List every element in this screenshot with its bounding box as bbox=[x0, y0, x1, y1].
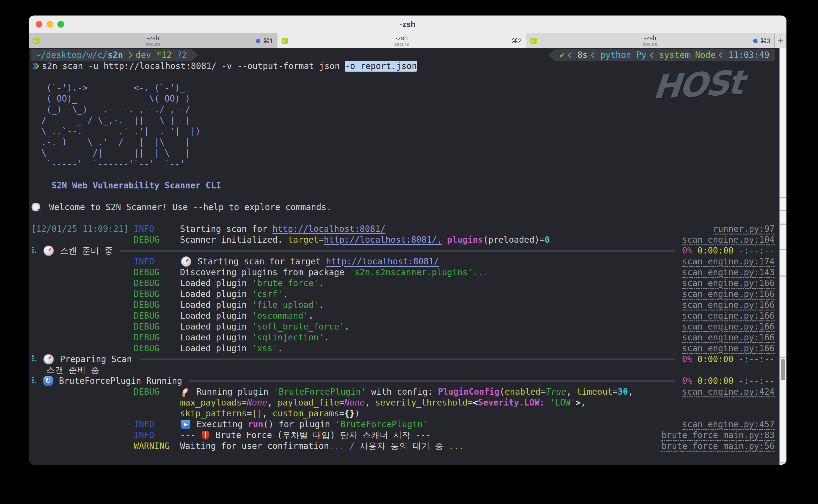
log-segment: = bbox=[468, 397, 473, 408]
title-bar[interactable]: -zsh bbox=[29, 16, 786, 33]
git-untracked bbox=[172, 50, 177, 60]
prompt-path-prefix: ~/desktop/w/c/ bbox=[36, 50, 108, 60]
log-right-column: scan_engine.py:166 bbox=[682, 278, 775, 289]
chevron-left-icon bbox=[591, 52, 597, 58]
tab-shortcut: ⌘3 bbox=[760, 37, 770, 45]
log-right-column: scan_engine.py:166 bbox=[682, 321, 775, 332]
ascii-art-line: (_)--\_) .----. ,--./ ,--/ bbox=[31, 104, 775, 115]
source-location-link[interactable]: scan_engine.py:104 bbox=[682, 235, 775, 245]
log-segment bbox=[31, 408, 180, 419]
log-line: DEBUG Loaded plugin 'file_upload'.scan_e… bbox=[31, 300, 775, 310]
log-segment: Waiting for user confirmation bbox=[180, 441, 329, 452]
source-location-link[interactable]: scan_engine.py:166 bbox=[682, 311, 775, 321]
log-segment: custom_params bbox=[272, 408, 339, 419]
log-segment: with config: bbox=[366, 386, 438, 397]
log-segment: DEBUG bbox=[134, 234, 180, 245]
log-segment: 'csrf' bbox=[252, 289, 283, 300]
log-segment: 'brute_force' bbox=[252, 278, 319, 289]
terminal-tab[interactable]: >_ -zsh secure ⌘3 bbox=[526, 33, 775, 48]
source-location-link[interactable]: brute_force_main.py:56 bbox=[662, 441, 775, 451]
log-line: DEBUG Running plugin 'BruteForcePlugin' … bbox=[31, 386, 775, 397]
log-right-column: 0% 0:00:00 -:--:-- bbox=[682, 354, 775, 365]
terminal-tab[interactable]: >_ -zsh secure ⌘1 bbox=[29, 33, 277, 48]
close-button[interactable] bbox=[36, 21, 42, 28]
ascii-art-line: (`-').-> <-. (`-')_ bbox=[31, 82, 775, 93]
source-location-link[interactable]: scan_engine.py:166 bbox=[682, 332, 775, 342]
log-segment: for plugin bbox=[274, 419, 335, 430]
log-segment: Loaded plugin bbox=[180, 332, 252, 343]
source-location-link[interactable]: scan_engine.py:457 bbox=[682, 419, 775, 429]
source-location-link[interactable]: scan_engine.py:166 bbox=[682, 289, 775, 299]
new-tab-button[interactable]: + bbox=[775, 33, 786, 48]
command-selected-text[interactable]: -o report.json bbox=[345, 61, 417, 72]
log-segment: True bbox=[546, 386, 566, 397]
log-segment bbox=[31, 343, 134, 354]
log-segment bbox=[31, 321, 134, 332]
log-segment: 0:00:00 bbox=[698, 376, 739, 386]
url-link[interactable]: http://localhost:8081/ bbox=[326, 256, 439, 267]
log-segment: = bbox=[242, 397, 247, 408]
log-segment bbox=[31, 441, 134, 452]
source-location-link[interactable]: scan_engine.py:166 bbox=[682, 278, 775, 288]
ascii-art-text: (`-').-> <-. (`-')_ bbox=[31, 82, 185, 93]
log-segment bbox=[31, 180, 51, 191]
log-right-column: scan_engine.py:174 bbox=[682, 256, 775, 267]
terminal-app-icon: >_ bbox=[530, 38, 537, 44]
log-segment: 0:00:00 bbox=[698, 354, 739, 364]
log-segment: DEBUG bbox=[134, 386, 180, 397]
zoom-button[interactable] bbox=[57, 21, 64, 28]
source-location-link[interactable]: scan_engine.py:424 bbox=[682, 387, 775, 397]
scrollbar-thumb[interactable] bbox=[781, 359, 785, 380]
play-icon bbox=[181, 420, 190, 429]
log-segment: , bbox=[628, 386, 633, 397]
ascii-art-text: (_)--\_) .----. ,--./ ,--/ bbox=[31, 104, 190, 115]
scrollbar-mark bbox=[780, 197, 786, 198]
log-segment: < bbox=[473, 397, 478, 408]
log-segment: ... bbox=[329, 441, 344, 452]
tab-shortcut: ⌘2 bbox=[512, 37, 522, 45]
minimize-button[interactable] bbox=[47, 21, 53, 28]
log-segment: Loaded plugin bbox=[180, 343, 252, 354]
log-segment bbox=[31, 430, 134, 441]
source-location-link[interactable]: runner.py:97 bbox=[713, 224, 775, 234]
scrollbar-mark bbox=[780, 462, 786, 463]
tab-subtitle: secure bbox=[146, 42, 161, 47]
git-untracked-count: ?2 bbox=[177, 50, 187, 60]
url-link[interactable]: http://localhost:8081/, bbox=[324, 234, 442, 245]
log-segment: , bbox=[566, 386, 577, 397]
source-location-link[interactable]: scan_engine.py:143 bbox=[682, 267, 775, 277]
log-line: DEBUG Discovering plugins from package '… bbox=[31, 267, 775, 278]
source-location-link[interactable]: scan_engine.py:166 bbox=[682, 300, 775, 310]
log-right-column: brute_force_main.py:83 bbox=[662, 430, 775, 441]
source-location-link[interactable]: scan_engine.py:174 bbox=[682, 256, 775, 266]
terminal-window: -zsh >_ -zsh secure ⌘1 >_ -zsh secure ⌘2… bbox=[29, 16, 786, 465]
ascii-art-text: / _ / \_,-. || \ | | bbox=[31, 115, 190, 126]
log-segment: DEBUG bbox=[134, 289, 180, 300]
log-segment: WARNING bbox=[134, 441, 180, 452]
log-segment: ( bbox=[499, 386, 505, 397]
log-segment: enabled bbox=[505, 386, 541, 397]
source-location-link[interactable]: brute_force_main.py:83 bbox=[662, 430, 775, 440]
tab-title: -zsh bbox=[396, 35, 408, 42]
prompt-path-current: s2n bbox=[108, 50, 123, 60]
log-segment: --- bbox=[180, 430, 200, 441]
source-location-link[interactable]: scan_engine.py:166 bbox=[682, 322, 775, 332]
terminal-tab[interactable]: >_ -zsh secure ⌘2 bbox=[277, 33, 526, 48]
compass-icon bbox=[181, 256, 191, 267]
log-segment: 0% bbox=[682, 354, 698, 364]
log-segment: INFO bbox=[134, 419, 180, 430]
log-segment: 'BruteForcePlugin' bbox=[274, 386, 366, 397]
source-location-link[interactable]: scan_engine.py:166 bbox=[682, 343, 775, 353]
scrollbar[interactable] bbox=[779, 48, 786, 465]
log-segment: Executing bbox=[191, 419, 248, 430]
progress-bar bbox=[120, 250, 675, 252]
log-segment bbox=[31, 234, 134, 245]
command-line[interactable]: s2n scan -u http://localhost:8081/ -v --… bbox=[31, 61, 775, 72]
log-segment: 0:00:00 bbox=[698, 246, 739, 256]
ascii-art-line: `-----' `------'`--' `--' bbox=[31, 158, 775, 169]
log-segment: INFO bbox=[134, 256, 180, 267]
log-segment bbox=[31, 310, 134, 321]
exit-status-check-icon: ✔ bbox=[559, 50, 565, 60]
url-link[interactable]: http://localhost:8081/ bbox=[272, 224, 385, 234]
log-segment bbox=[31, 386, 134, 397]
